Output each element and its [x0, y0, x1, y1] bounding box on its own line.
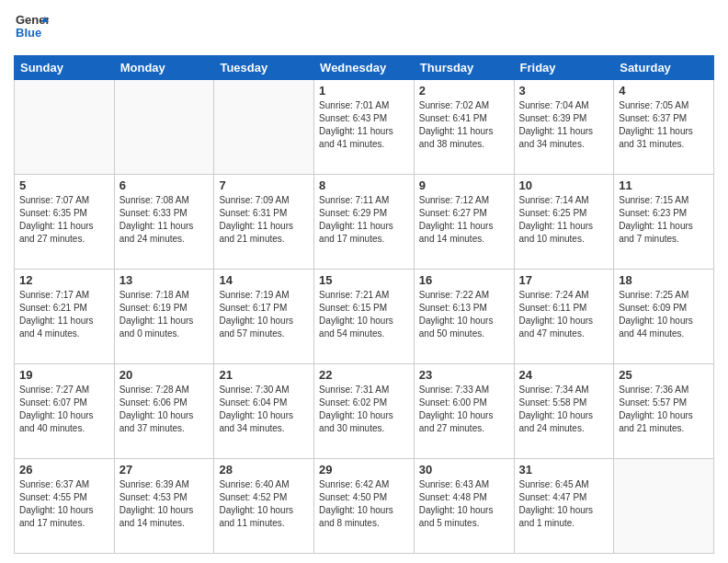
calendar-cell: 8Sunrise: 7:11 AMSunset: 6:29 PMDaylight… — [314, 175, 415, 270]
calendar-cell: 10Sunrise: 7:14 AMSunset: 6:25 PMDayligh… — [514, 175, 614, 270]
calendar-cell: 12Sunrise: 7:17 AMSunset: 6:21 PMDayligh… — [15, 270, 115, 364]
day-info: Sunrise: 7:02 AMSunset: 6:41 PMDaylight:… — [419, 99, 509, 151]
svg-text:Blue: Blue — [16, 26, 41, 40]
calendar-cell: 1Sunrise: 7:01 AMSunset: 6:43 PMDaylight… — [314, 80, 415, 175]
calendar-cell — [614, 459, 714, 554]
day-info: Sunrise: 7:31 AMSunset: 6:02 PMDaylight:… — [319, 384, 409, 435]
calendar-cell: 7Sunrise: 7:09 AMSunset: 6:31 PMDaylight… — [214, 175, 314, 270]
calendar-cell — [114, 80, 214, 175]
day-number: 24 — [519, 368, 609, 382]
day-info: Sunrise: 7:36 AMSunset: 5:57 PMDaylight:… — [619, 384, 709, 435]
calendar-week-3: 12Sunrise: 7:17 AMSunset: 6:21 PMDayligh… — [15, 270, 714, 364]
calendar-cell: 22Sunrise: 7:31 AMSunset: 6:02 PMDayligh… — [314, 364, 415, 459]
calendar-cell: 23Sunrise: 7:33 AMSunset: 6:00 PMDayligh… — [414, 364, 514, 459]
day-info: Sunrise: 6:45 AMSunset: 4:47 PMDaylight:… — [519, 478, 609, 530]
logo: General Blue — [14, 9, 49, 48]
day-info: Sunrise: 7:04 AMSunset: 6:39 PMDaylight:… — [519, 99, 609, 151]
day-info: Sunrise: 6:40 AMSunset: 4:52 PMDaylight:… — [219, 478, 309, 530]
day-number: 2 — [419, 84, 509, 98]
calendar-cell — [214, 80, 314, 175]
calendar-week-1: 1Sunrise: 7:01 AMSunset: 6:43 PMDaylight… — [15, 80, 714, 175]
day-info: Sunrise: 7:30 AMSunset: 6:04 PMDaylight:… — [219, 384, 309, 435]
calendar-cell: 3Sunrise: 7:04 AMSunset: 6:39 PMDaylight… — [514, 80, 614, 175]
day-number: 20 — [119, 368, 210, 382]
calendar-cell: 25Sunrise: 7:36 AMSunset: 5:57 PMDayligh… — [614, 364, 714, 459]
day-number: 21 — [219, 368, 309, 382]
day-info: Sunrise: 7:11 AMSunset: 6:29 PMDaylight:… — [319, 194, 409, 246]
day-info: Sunrise: 7:19 AMSunset: 6:17 PMDaylight:… — [219, 289, 309, 340]
day-number: 11 — [619, 178, 709, 192]
day-info: Sunrise: 7:08 AMSunset: 6:33 PMDaylight:… — [119, 194, 210, 246]
weekday-header-friday: Friday — [514, 56, 614, 80]
weekday-header-row: SundayMondayTuesdayWednesdayThursdayFrid… — [15, 56, 714, 80]
day-number: 5 — [19, 178, 109, 192]
calendar-cell: 31Sunrise: 6:45 AMSunset: 4:47 PMDayligh… — [514, 459, 614, 554]
day-info: Sunrise: 7:07 AMSunset: 6:35 PMDaylight:… — [19, 194, 109, 246]
day-number: 29 — [319, 463, 409, 477]
day-info: Sunrise: 7:09 AMSunset: 6:31 PMDaylight:… — [219, 194, 309, 246]
day-number: 12 — [19, 273, 109, 287]
calendar-cell: 28Sunrise: 6:40 AMSunset: 4:52 PMDayligh… — [214, 459, 314, 554]
day-number: 15 — [319, 273, 409, 287]
day-number: 22 — [319, 368, 409, 382]
calendar-cell: 9Sunrise: 7:12 AMSunset: 6:27 PMDaylight… — [414, 175, 514, 270]
day-number: 16 — [419, 273, 509, 287]
calendar-cell: 29Sunrise: 6:42 AMSunset: 4:50 PMDayligh… — [314, 459, 415, 554]
day-info: Sunrise: 7:24 AMSunset: 6:11 PMDaylight:… — [519, 289, 609, 340]
calendar-cell: 18Sunrise: 7:25 AMSunset: 6:09 PMDayligh… — [614, 270, 714, 364]
day-info: Sunrise: 6:37 AMSunset: 4:55 PMDaylight:… — [19, 478, 109, 530]
day-info: Sunrise: 6:42 AMSunset: 4:50 PMDaylight:… — [319, 478, 409, 530]
day-info: Sunrise: 7:22 AMSunset: 6:13 PMDaylight:… — [419, 289, 509, 340]
calendar-cell: 15Sunrise: 7:21 AMSunset: 6:15 PMDayligh… — [314, 270, 415, 364]
day-number: 31 — [519, 463, 609, 477]
day-info: Sunrise: 7:21 AMSunset: 6:15 PMDaylight:… — [319, 289, 409, 340]
calendar-cell — [15, 80, 115, 175]
calendar-week-5: 26Sunrise: 6:37 AMSunset: 4:55 PMDayligh… — [15, 459, 714, 554]
weekday-header-wednesday: Wednesday — [314, 56, 415, 80]
day-info: Sunrise: 7:17 AMSunset: 6:21 PMDaylight:… — [19, 289, 109, 340]
day-number: 14 — [219, 273, 309, 287]
calendar-cell: 13Sunrise: 7:18 AMSunset: 6:19 PMDayligh… — [114, 270, 214, 364]
day-info: Sunrise: 7:18 AMSunset: 6:19 PMDaylight:… — [119, 289, 210, 340]
day-number: 1 — [319, 84, 409, 98]
day-info: Sunrise: 7:01 AMSunset: 6:43 PMDaylight:… — [319, 99, 409, 151]
calendar-cell: 17Sunrise: 7:24 AMSunset: 6:11 PMDayligh… — [514, 270, 614, 364]
calendar-week-4: 19Sunrise: 7:27 AMSunset: 6:07 PMDayligh… — [15, 364, 714, 459]
day-number: 6 — [119, 178, 210, 192]
day-info: Sunrise: 7:14 AMSunset: 6:25 PMDaylight:… — [519, 194, 609, 246]
calendar-cell: 16Sunrise: 7:22 AMSunset: 6:13 PMDayligh… — [414, 270, 514, 364]
day-number: 25 — [619, 368, 709, 382]
logo-icon: General Blue — [14, 9, 49, 44]
day-info: Sunrise: 7:25 AMSunset: 6:09 PMDaylight:… — [619, 289, 709, 340]
page: General Blue SundayMondayTuesdayWednesda… — [0, 0, 728, 563]
calendar-cell: 27Sunrise: 6:39 AMSunset: 4:53 PMDayligh… — [114, 459, 214, 554]
calendar-cell: 30Sunrise: 6:43 AMSunset: 4:48 PMDayligh… — [414, 459, 514, 554]
day-info: Sunrise: 7:34 AMSunset: 5:58 PMDaylight:… — [519, 384, 609, 435]
day-info: Sunrise: 6:39 AMSunset: 4:53 PMDaylight:… — [119, 478, 210, 530]
day-number: 18 — [619, 273, 709, 287]
calendar-cell: 6Sunrise: 7:08 AMSunset: 6:33 PMDaylight… — [114, 175, 214, 270]
day-info: Sunrise: 7:33 AMSunset: 6:00 PMDaylight:… — [419, 384, 509, 435]
day-number: 28 — [219, 463, 309, 477]
day-number: 17 — [519, 273, 609, 287]
calendar-table: SundayMondayTuesdayWednesdayThursdayFrid… — [14, 55, 714, 554]
day-number: 8 — [319, 178, 409, 192]
calendar-cell: 24Sunrise: 7:34 AMSunset: 5:58 PMDayligh… — [514, 364, 614, 459]
day-info: Sunrise: 7:28 AMSunset: 6:06 PMDaylight:… — [119, 384, 210, 435]
calendar-cell: 21Sunrise: 7:30 AMSunset: 6:04 PMDayligh… — [214, 364, 314, 459]
calendar-cell: 14Sunrise: 7:19 AMSunset: 6:17 PMDayligh… — [214, 270, 314, 364]
calendar-cell: 11Sunrise: 7:15 AMSunset: 6:23 PMDayligh… — [614, 175, 714, 270]
day-number: 30 — [419, 463, 509, 477]
weekday-header-monday: Monday — [114, 56, 214, 80]
day-info: Sunrise: 7:05 AMSunset: 6:37 PMDaylight:… — [619, 99, 709, 151]
day-number: 13 — [119, 273, 210, 287]
calendar-cell: 26Sunrise: 6:37 AMSunset: 4:55 PMDayligh… — [15, 459, 115, 554]
calendar-cell: 5Sunrise: 7:07 AMSunset: 6:35 PMDaylight… — [15, 175, 115, 270]
day-number: 4 — [619, 84, 709, 98]
day-number: 7 — [219, 178, 309, 192]
day-info: Sunrise: 7:15 AMSunset: 6:23 PMDaylight:… — [619, 194, 709, 246]
day-info: Sunrise: 7:27 AMSunset: 6:07 PMDaylight:… — [19, 384, 109, 435]
weekday-header-tuesday: Tuesday — [214, 56, 314, 80]
calendar-cell: 20Sunrise: 7:28 AMSunset: 6:06 PMDayligh… — [114, 364, 214, 459]
weekday-header-saturday: Saturday — [614, 56, 714, 80]
